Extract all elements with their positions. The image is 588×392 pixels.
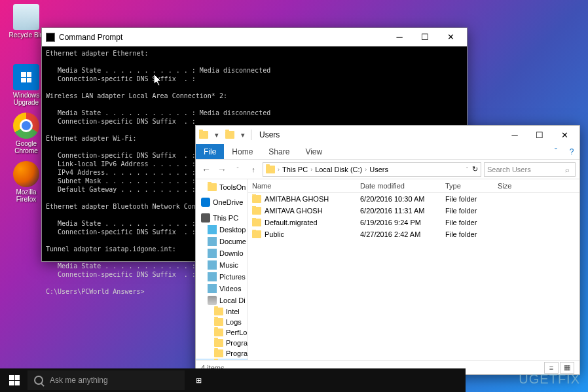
minimize-button[interactable]: ─ xyxy=(387,30,412,45)
table-row[interactable]: AMITABHA GHOSH6/20/2016 10:30 AMFile fol… xyxy=(248,193,579,205)
cmd-titlebar[interactable]: Command Prompt ─ ☐ ✕ xyxy=(42,28,467,46)
table-row[interactable]: Default.migrated6/19/2016 9:24 PMFile fo… xyxy=(248,217,579,228)
column-header-type[interactable]: Type xyxy=(441,179,494,192)
column-header-name[interactable]: Name xyxy=(248,179,356,192)
close-button[interactable]: ✕ xyxy=(438,30,463,45)
sidebar-item-onedrive[interactable]: OneDrive xyxy=(196,196,248,208)
qat-dropdown-icon[interactable]: ▾ xyxy=(238,130,248,140)
table-row[interactable]: Public4/27/2016 2:42 AMFile folder xyxy=(248,228,579,240)
breadcrumb-item[interactable]: This PC xyxy=(280,166,310,173)
cortana-search-input[interactable]: Ask me anything xyxy=(28,370,185,390)
folder-icon xyxy=(266,166,275,173)
file-name: AMITAVA GHOSH xyxy=(265,207,323,215)
maximize-button[interactable]: ☐ xyxy=(527,127,552,143)
start-button[interactable] xyxy=(1,368,28,392)
breadcrumb[interactable]: › This PC › Local Disk (C:) › Users ˇ ↻ xyxy=(263,162,481,177)
sidebar-item-toolson[interactable]: ToolsOn xyxy=(196,182,248,192)
onedrive-icon xyxy=(201,198,210,207)
explorer-file-list: Name Date modified Type Size AMITABHA GH… xyxy=(248,179,579,360)
minimize-button[interactable]: ─ xyxy=(502,127,527,143)
file-type: File folder xyxy=(441,230,494,239)
file-date: 6/20/2016 10:30 AM xyxy=(356,194,441,204)
file-date: 6/20/2016 11:31 AM xyxy=(356,206,441,215)
explorer-address-bar: ← → ˇ ↑ › This PC › Local Disk (C:) › Us… xyxy=(196,160,579,179)
desktop-icon-windows-upgrade[interactable]: Windows Upgrade xyxy=(7,64,46,106)
sidebar-item-progra2[interactable]: Progra xyxy=(196,348,248,359)
sidebar-item-videos[interactable]: Videos xyxy=(196,283,248,294)
firefox-icon xyxy=(13,161,39,187)
close-button[interactable]: ✕ xyxy=(552,127,577,143)
search-input[interactable]: Search Users ⌕ xyxy=(484,162,576,177)
column-header-size[interactable]: Size xyxy=(494,179,533,192)
sidebar-item-progra1[interactable]: Progra xyxy=(196,338,248,348)
column-header-date[interactable]: Date modified xyxy=(356,179,441,192)
tab-file[interactable]: File xyxy=(196,144,224,159)
sidebar-item-music[interactable]: Music xyxy=(196,259,248,271)
watermark: UGETFIX xyxy=(519,372,580,387)
desktop-icon-mozilla-firefox[interactable]: Mozilla Firefox xyxy=(7,161,46,203)
music-icon xyxy=(208,260,217,270)
sidebar-item-documents[interactable]: Docume xyxy=(196,236,248,247)
maximize-button[interactable]: ☐ xyxy=(413,30,437,45)
recycle-bin-icon xyxy=(13,4,39,30)
search-icon: ⌕ xyxy=(565,166,570,173)
sidebar-item-downloads[interactable]: Downlo xyxy=(196,247,248,259)
desktop-icon-label: Windows Upgrade xyxy=(7,92,46,106)
tab-home[interactable]: Home xyxy=(224,144,261,159)
cmd-title: Command Prompt xyxy=(59,33,387,42)
sidebar-item-this-pc[interactable]: This PC xyxy=(196,212,248,224)
back-button[interactable]: ← xyxy=(200,163,213,176)
file-name: Public xyxy=(265,230,284,238)
explorer-titlebar[interactable]: ▾ ▾ Users ─ ☐ ✕ xyxy=(196,126,579,144)
sidebar-item-intel[interactable]: Intel xyxy=(196,306,248,317)
desktop-icon-label: Google Chrome xyxy=(7,140,46,154)
ribbon-expand-icon[interactable]: ˇ xyxy=(548,144,564,159)
pictures-icon xyxy=(208,272,217,281)
task-view-icon: ⊞ xyxy=(196,376,202,385)
properties-icon[interactable]: ▾ xyxy=(211,130,222,140)
table-row[interactable]: AMITAVA GHOSH6/20/2016 11:31 AMFile fold… xyxy=(248,205,579,217)
recent-dropdown-icon[interactable]: ˇ xyxy=(231,163,244,176)
file-type: File folder xyxy=(441,194,494,204)
new-folder-icon[interactable] xyxy=(225,130,235,140)
help-icon[interactable]: ? xyxy=(564,144,579,159)
mouse-cursor xyxy=(154,74,163,87)
folder-icon xyxy=(252,207,261,215)
chrome-icon xyxy=(13,113,39,139)
desktop-icon-recycle-bin[interactable]: Recycle Bin xyxy=(7,4,46,39)
search-icon xyxy=(34,376,43,385)
documents-icon xyxy=(208,237,217,246)
refresh-icon[interactable]: ↻ xyxy=(472,165,478,173)
breadcrumb-item[interactable]: Local Disk (C:) xyxy=(312,166,365,173)
file-date: 6/19/2016 9:24 PM xyxy=(356,218,441,227)
tab-view[interactable]: View xyxy=(297,144,330,159)
sidebar-item-logs[interactable]: Logs xyxy=(196,317,248,327)
disk-icon xyxy=(208,296,217,305)
cmd-icon xyxy=(46,33,55,42)
task-view-button[interactable]: ⊞ xyxy=(185,368,212,392)
desktop-icon-google-chrome[interactable]: Google Chrome xyxy=(7,113,46,154)
dropdown-icon[interactable]: ˇ xyxy=(466,166,468,173)
search-text: Search Users xyxy=(487,166,531,173)
file-size xyxy=(494,210,533,211)
breadcrumb-item[interactable]: Users xyxy=(367,166,391,173)
file-date: 4/27/2016 2:42 AM xyxy=(356,230,441,239)
pc-icon xyxy=(201,213,210,223)
videos-icon xyxy=(208,284,217,293)
sidebar-item-local-disk[interactable]: Local Di xyxy=(196,294,248,306)
sidebar-item-perflo[interactable]: PerfLo xyxy=(196,327,248,338)
taskbar: Ask me anything ⊞ xyxy=(0,368,466,392)
explorer-ribbon: File Home Share View ˇ ? xyxy=(196,144,579,160)
forward-button[interactable]: → xyxy=(215,163,229,176)
file-type: File folder xyxy=(441,218,494,227)
folder-icon xyxy=(252,195,261,203)
file-name: AMITABHA GHOSH xyxy=(265,195,329,203)
search-placeholder: Ask me anything xyxy=(50,376,108,385)
explorer-sidebar[interactable]: ToolsOn OneDrive This PC Desktop Docume … xyxy=(196,179,248,360)
column-headers: Name Date modified Type Size xyxy=(248,179,579,193)
sidebar-item-desktop[interactable]: Desktop xyxy=(196,224,248,236)
folder-icon xyxy=(252,230,261,238)
tab-share[interactable]: Share xyxy=(261,144,297,159)
up-button[interactable]: ↑ xyxy=(247,163,260,176)
sidebar-item-pictures[interactable]: Pictures xyxy=(196,271,248,283)
